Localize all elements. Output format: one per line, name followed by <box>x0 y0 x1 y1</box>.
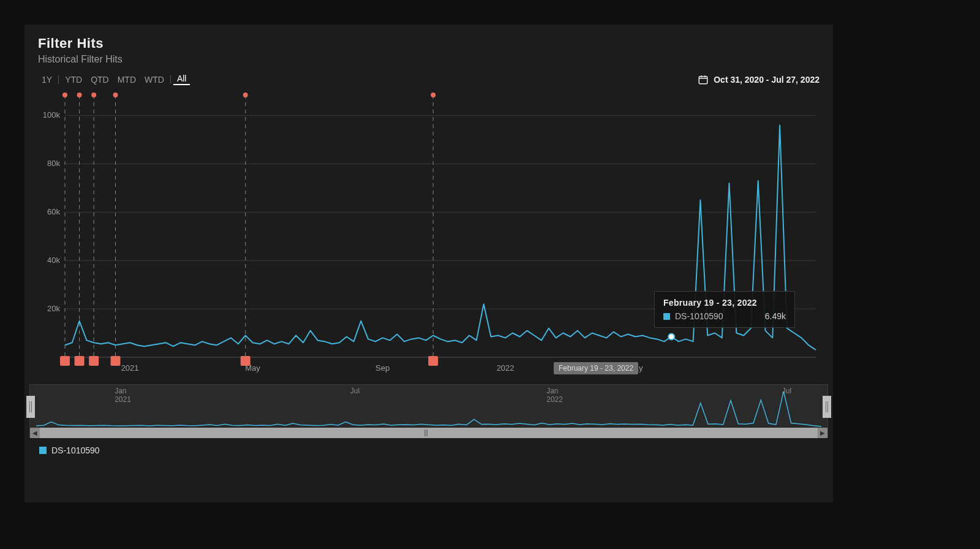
tooltip-value: 6.49k <box>765 311 786 321</box>
svg-text:Jan: Jan <box>546 387 558 395</box>
range-option-wtd[interactable]: WTD <box>141 75 168 85</box>
panel-title: Filter Hits <box>38 36 820 51</box>
svg-text:2022: 2022 <box>546 395 563 404</box>
svg-point-35 <box>668 333 674 339</box>
svg-rect-31 <box>241 356 251 366</box>
svg-rect-28 <box>111 356 121 366</box>
panel-header: Filter Hits Historical Filter Hits <box>24 25 833 69</box>
legend-swatch <box>39 447 47 454</box>
svg-text:2022: 2022 <box>497 363 514 373</box>
chart-panel: Filter Hits Historical Filter Hits 1YYTD… <box>24 25 833 502</box>
svg-text:2021: 2021 <box>121 363 139 373</box>
svg-point-18 <box>62 93 67 97</box>
calendar-icon <box>698 74 709 85</box>
svg-text:Sep: Sep <box>375 363 390 373</box>
svg-text:Jul: Jul <box>350 387 360 395</box>
tooltip-series-name: DS-1010590 <box>675 311 723 321</box>
date-range-text: Oct 31, 2020 - Jul 27, 2022 <box>714 75 820 85</box>
scroll-grip-icon[interactable] <box>424 430 433 436</box>
svg-text:2021: 2021 <box>115 395 131 404</box>
svg-point-30 <box>243 93 248 97</box>
panel-subtitle: Historical Filter Hits <box>38 54 820 65</box>
chart-legend: DS-1010590 <box>24 438 833 463</box>
range-option-1y[interactable]: 1Y <box>38 75 56 85</box>
svg-rect-19 <box>60 356 70 366</box>
svg-rect-25 <box>89 356 99 366</box>
svg-point-21 <box>77 93 82 97</box>
svg-point-24 <box>91 93 96 97</box>
svg-text:80k: 80k <box>47 159 60 168</box>
svg-text:100k: 100k <box>43 110 61 119</box>
range-option-all[interactable]: All <box>173 74 190 85</box>
scroll-left-icon[interactable]: ◀ <box>30 428 40 438</box>
minimap-handle-left[interactable] <box>26 396 35 418</box>
svg-text:60k: 60k <box>47 207 60 216</box>
svg-rect-22 <box>75 356 85 366</box>
range-minimap[interactable]: Jan2021JulJan2022Jul ◀ ▶ <box>29 384 828 438</box>
tooltip-series-swatch <box>663 313 670 320</box>
x-axis-hover-label: February 19 - 23, 2022 <box>554 362 638 374</box>
tooltip-title: February 19 - 23, 2022 <box>663 298 786 308</box>
svg-rect-0 <box>699 76 707 83</box>
date-range-picker[interactable]: Oct 31, 2020 - Jul 27, 2022 <box>698 74 820 85</box>
svg-text:40k: 40k <box>47 256 60 265</box>
svg-rect-34 <box>428 356 438 366</box>
minimap-handle-right[interactable] <box>823 396 831 418</box>
svg-point-33 <box>431 93 435 97</box>
minimap-scrollbar[interactable]: ◀ ▶ <box>30 428 827 438</box>
range-option-mtd[interactable]: MTD <box>114 75 140 85</box>
svg-text:Jan: Jan <box>115 387 126 395</box>
legend-series-name: DS-1010590 <box>51 445 100 455</box>
svg-text:20k: 20k <box>47 304 60 313</box>
svg-text:Jul: Jul <box>782 387 791 395</box>
svg-point-27 <box>113 93 118 97</box>
range-option-ytd[interactable]: YTD <box>61 75 86 85</box>
range-option-qtd[interactable]: QTD <box>87 75 113 85</box>
range-toolbar: 1YYTDQTDMTDWTDAll Oct 31, 2020 - Jul 27,… <box>24 69 833 88</box>
main-chart[interactable]: 20k40k60k80k100k2021MaySep2022May Februa… <box>38 88 820 376</box>
scroll-right-icon[interactable]: ▶ <box>818 428 827 438</box>
chart-tooltip: February 19 - 23, 2022 DS-1010590 6.49k <box>654 291 795 328</box>
